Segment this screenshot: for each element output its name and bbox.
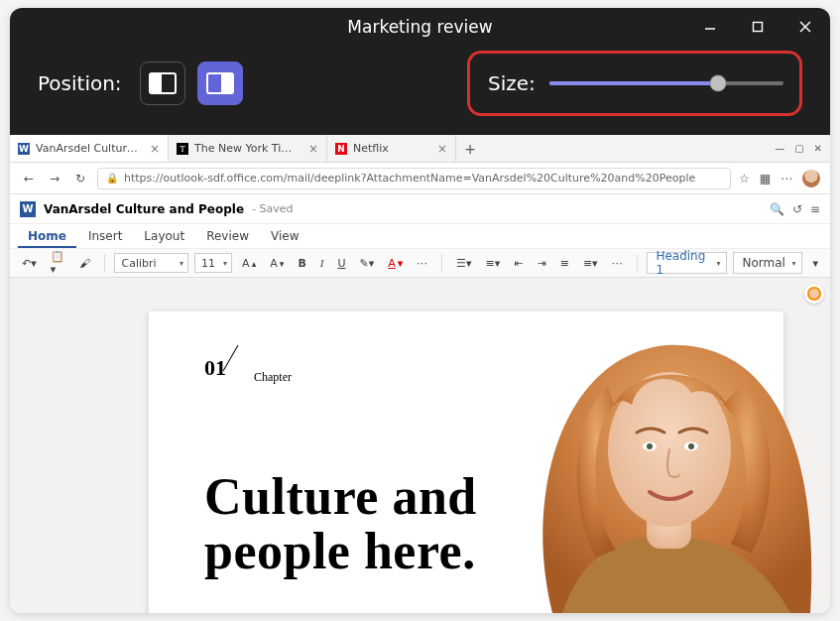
browser-tab-label: Netflix bbox=[353, 142, 431, 155]
forward-icon[interactable]: → bbox=[46, 172, 63, 186]
font-color-icon[interactable]: A▾ bbox=[384, 255, 407, 272]
chapter-label: Chapter bbox=[254, 370, 292, 384]
back-icon[interactable]: ← bbox=[20, 172, 38, 186]
position-buttons bbox=[140, 62, 243, 105]
heading-line-1: Culture and bbox=[204, 468, 477, 525]
ribbon-tab-view[interactable]: View bbox=[261, 226, 308, 248]
paragraph-more-icon[interactable]: ⋯ bbox=[608, 255, 627, 272]
heading-line-2: people here. bbox=[204, 523, 476, 579]
ribbon-tabs: Home Insert Layout Review View bbox=[10, 224, 830, 248]
grow-font-icon[interactable]: A▴ bbox=[238, 255, 260, 272]
dock-right-icon bbox=[206, 72, 234, 94]
window-buttons bbox=[693, 8, 822, 46]
maximize-button[interactable] bbox=[741, 12, 775, 42]
paste-icon[interactable]: 📋▾ bbox=[47, 248, 69, 278]
outdent-icon[interactable]: ⇤ bbox=[510, 255, 527, 272]
browser-address-bar: ← → ↻ 🔒 https://outlook-sdf.office.com/m… bbox=[10, 163, 830, 194]
overlay-header: Marketing review Position: Size: bbox=[10, 8, 830, 135]
slider-fill bbox=[549, 81, 718, 85]
document-canvas: 01Chapter Culture and people here. bbox=[10, 278, 830, 613]
word-favicon-icon: W bbox=[18, 143, 30, 155]
style-normal[interactable]: Normal bbox=[733, 252, 802, 274]
word-app-icon: W bbox=[20, 201, 36, 217]
close-button[interactable] bbox=[788, 12, 822, 42]
lock-icon: 🔒 bbox=[106, 173, 118, 184]
font-family-select[interactable]: Calibri bbox=[114, 253, 188, 273]
url-input[interactable]: 🔒 https://outlook-sdf.office.com/mail/de… bbox=[97, 168, 731, 189]
minimize-button[interactable] bbox=[693, 12, 727, 42]
favorite-icon[interactable]: ☆ bbox=[739, 172, 750, 186]
presence-badge[interactable] bbox=[804, 284, 824, 304]
browser-tab-1[interactable]: T The New York Times × bbox=[169, 135, 327, 162]
app-window: Marketing review Position: Size: bbox=[10, 8, 830, 613]
embedded-browser: W VanArsdel Culture and peo… × T The New… bbox=[10, 135, 830, 613]
bold-button[interactable]: B bbox=[294, 255, 309, 272]
ribbon-tab-insert[interactable]: Insert bbox=[78, 226, 132, 248]
ribbon-toolbar: ↶▾ 📋▾ 🖌 Calibri 11 A▴ A▾ B I U ✎▾ A▾ ⋯ ☰… bbox=[10, 248, 830, 278]
word-titlebar: W VanArsdel Culture and People - Saved 🔍… bbox=[10, 194, 830, 224]
indent-icon[interactable]: ⇥ bbox=[533, 255, 549, 272]
profile-avatar-icon[interactable] bbox=[802, 170, 820, 187]
search-icon[interactable]: 🔍 bbox=[770, 202, 784, 216]
svg-point-7 bbox=[647, 443, 653, 449]
bullets-icon[interactable]: ☰▾ bbox=[452, 255, 475, 272]
svg-rect-1 bbox=[754, 23, 763, 32]
position-right-button[interactable] bbox=[197, 62, 243, 105]
align-center-icon[interactable]: ≡▾ bbox=[579, 255, 602, 272]
styles-more-icon[interactable]: ▾ bbox=[808, 255, 822, 272]
align-left-icon[interactable]: ≡ bbox=[556, 255, 573, 272]
browser-close-icon[interactable]: ✕ bbox=[814, 143, 822, 154]
window-title: Marketing review bbox=[347, 17, 492, 37]
slider-thumb[interactable] bbox=[710, 76, 725, 91]
italic-button[interactable]: I bbox=[316, 255, 328, 271]
undo-icon[interactable]: ↶▾ bbox=[18, 255, 41, 272]
ribbon-tab-review[interactable]: Review bbox=[196, 226, 259, 248]
size-control-group: Size: bbox=[467, 51, 802, 116]
new-tab-button[interactable]: + bbox=[456, 135, 484, 162]
more-icon[interactable]: ≡ bbox=[810, 202, 820, 216]
overlay-controls: Position: Size: bbox=[10, 46, 830, 135]
tab-close-icon[interactable]: × bbox=[150, 142, 160, 156]
browser-tab-label: The New York Times bbox=[194, 142, 302, 155]
tab-close-icon[interactable]: × bbox=[437, 142, 447, 156]
size-label: Size: bbox=[488, 71, 536, 95]
netflix-favicon-icon: N bbox=[335, 143, 347, 155]
dock-left-icon bbox=[149, 72, 177, 94]
presence-avatar-icon bbox=[807, 287, 821, 301]
url-text: https://outlook-sdf.office.com/mail/deep… bbox=[124, 172, 722, 185]
position-label: Position: bbox=[38, 71, 122, 95]
browser-tab-label: VanArsdel Culture and peo… bbox=[36, 142, 144, 155]
browser-tab-0[interactable]: W VanArsdel Culture and peo… × bbox=[10, 135, 169, 162]
titlebar: Marketing review bbox=[10, 8, 830, 46]
size-slider[interactable] bbox=[549, 77, 783, 89]
person-image bbox=[493, 315, 830, 613]
document-title: VanArsdel Culture and People bbox=[44, 202, 244, 216]
browser-tabstrip: W VanArsdel Culture and peo… × T The New… bbox=[10, 135, 830, 163]
extensions-icon[interactable]: ▦ bbox=[760, 172, 771, 186]
tab-close-icon[interactable]: × bbox=[308, 142, 318, 156]
position-left-button[interactable] bbox=[140, 62, 185, 105]
browser-tab-2[interactable]: N Netflix × bbox=[327, 135, 456, 162]
shrink-font-icon[interactable]: A▾ bbox=[266, 255, 288, 272]
refresh-icon[interactable]: ↻ bbox=[71, 172, 89, 186]
svg-point-9 bbox=[688, 443, 694, 449]
numbering-icon[interactable]: ≡▾ bbox=[481, 255, 504, 272]
nyt-favicon-icon: T bbox=[177, 143, 188, 155]
history-icon[interactable]: ↺ bbox=[792, 202, 802, 216]
browser-maximize-icon[interactable]: ▢ bbox=[794, 143, 803, 154]
browser-right-icons: ☆ ▦ ⋯ bbox=[739, 170, 820, 187]
underline-button[interactable]: U bbox=[333, 255, 349, 272]
ribbon-tab-home[interactable]: Home bbox=[18, 226, 76, 248]
browser-window-controls: — ▢ ✕ bbox=[775, 135, 830, 162]
document-status: - Saved bbox=[252, 202, 293, 215]
browser-minimize-icon[interactable]: — bbox=[775, 143, 784, 154]
style-heading1[interactable]: Heading 1 bbox=[647, 252, 727, 274]
format-painter-icon[interactable]: 🖌 bbox=[75, 255, 94, 272]
ribbon-tab-layout[interactable]: Layout bbox=[134, 226, 194, 248]
highlight-icon[interactable]: ✎▾ bbox=[356, 255, 379, 272]
font-size-select[interactable]: 11 bbox=[194, 253, 232, 273]
menu-icon[interactable]: ⋯ bbox=[780, 172, 792, 186]
chapter-slash-icon bbox=[226, 347, 254, 375]
clear-format-icon[interactable]: ⋯ bbox=[413, 255, 431, 272]
